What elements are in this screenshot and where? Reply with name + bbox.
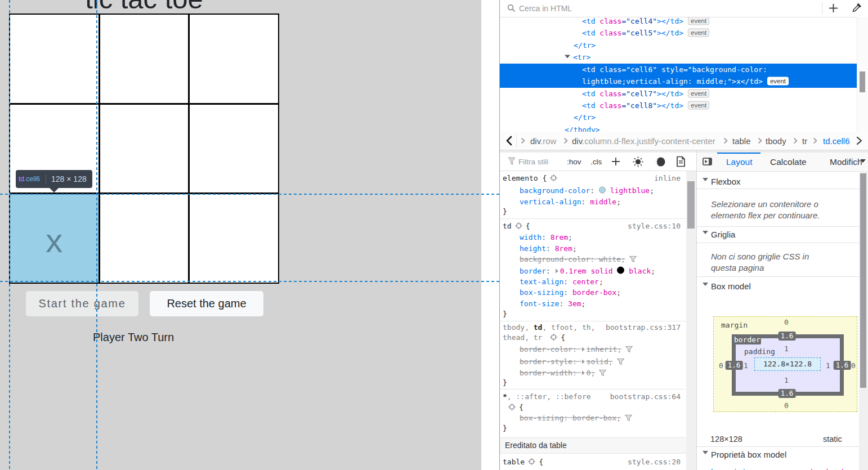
overridden-filter-icon[interactable] — [625, 415, 632, 422]
expand-twisty-icon[interactable] — [565, 55, 570, 59]
css-rule-line[interactable]: background-color: lightblue; — [520, 186, 654, 195]
padding-bottom-value[interactable]: 1 — [784, 376, 789, 384]
breadcrumb-forward-icon[interactable] — [855, 136, 863, 145]
stylesheet-source-link[interactable]: style.css:20 — [628, 458, 681, 466]
margin-top-value[interactable]: 0 — [784, 318, 789, 326]
markup-line[interactable]: <td class="cell4"></td>event — [582, 17, 709, 25]
css-rule-line[interactable]: border-width: 0; — [520, 368, 606, 377]
css-rule-line[interactable]: border-style: solid; — [520, 357, 624, 365]
add-node-icon[interactable] — [829, 3, 838, 13]
stylesheet-source-link[interactable]: bootstrap.css:317 — [606, 323, 681, 331]
border-top-value[interactable]: 1.6 — [778, 332, 796, 341]
event-badge[interactable]: event — [688, 17, 709, 25]
selector-highlighter-icon[interactable] — [508, 404, 516, 411]
box-model-twisty-icon[interactable] — [703, 283, 708, 286]
event-badge[interactable]: event — [688, 101, 709, 110]
event-badge[interactable]: event — [688, 29, 709, 37]
box-model-properties-header[interactable]: Proprietà box model — [711, 450, 786, 459]
css-rule-line[interactable]: box-sizing: border-box; — [520, 414, 632, 422]
breadcrumb-item-table[interactable]: table — [732, 136, 751, 146]
border-right-value[interactable]: 1.6 — [834, 361, 851, 370]
margin-bottom-value[interactable]: 0 — [784, 401, 789, 410]
markup-line[interactable]: </tr> — [574, 41, 596, 49]
dark-scheme-icon[interactable] — [655, 156, 666, 167]
add-rule-icon[interactable] — [611, 157, 620, 166]
padding-left-value[interactable]: 1 — [744, 361, 748, 370]
markup-line[interactable]: lightblue;vertical-align: middle;">x</td… — [582, 77, 789, 86]
grid-section-header[interactable]: Griglia — [711, 230, 735, 239]
color-swatch-black[interactable] — [617, 266, 624, 274]
search-input[interactable]: Cerca in HTML — [519, 4, 572, 13]
css-rule-line[interactable]: *, ::after, ::before — [503, 392, 591, 401]
grid-twisty-icon[interactable] — [703, 231, 708, 234]
reset-game-button[interactable]: Reset the game — [150, 291, 263, 316]
board-cell-0[interactable] — [10, 15, 99, 103]
board-cell-6[interactable]: x — [10, 194, 99, 283]
tab-computed[interactable]: Calcolate — [770, 157, 807, 167]
layout-scrollbar-thumb[interactable] — [860, 173, 866, 388]
board-cell-4[interactable] — [100, 105, 189, 193]
css-rule-line[interactable]: vertical-align: middle; — [520, 197, 621, 205]
selector-highlighter-icon[interactable] — [528, 458, 535, 465]
tab-changes[interactable]: Modifiche — [830, 157, 862, 167]
markup-line[interactable]: <tr> — [565, 53, 590, 61]
border-left-value[interactable]: 1.6 — [726, 361, 743, 370]
expand-shorthand-icon[interactable] — [556, 268, 558, 273]
board-cell-2[interactable] — [190, 15, 278, 103]
selector-highlighter-icon[interactable] — [550, 334, 557, 341]
border-bottom-value[interactable]: 1.6 — [778, 389, 796, 398]
all-tabs-menu-icon[interactable] — [860, 159, 866, 163]
page-scrollbar-track[interactable] — [481, 0, 499, 470]
tab-layout[interactable]: Layout — [726, 157, 753, 167]
css-rule-line[interactable]: elemento { — [503, 174, 561, 182]
css-rule-line[interactable]: box-sizing: border-box; — [520, 288, 621, 297]
overridden-filter-icon[interactable] — [599, 369, 606, 376]
css-rule-line[interactable]: border: 0.1rem solid black; — [520, 266, 655, 275]
breadcrumb-item-td.cell6[interactable]: td.cell6 — [823, 136, 850, 146]
markup-line[interactable]: <td class="cell6" style="background-colo… — [582, 65, 767, 73]
css-rule-line[interactable]: thead, tr { — [503, 333, 565, 342]
css-rule-line[interactable]: } — [503, 310, 507, 318]
markup-scrollbar-thumb[interactable] — [860, 71, 865, 92]
markup-line[interactable]: </tr> — [574, 113, 596, 122]
board-cell-1[interactable] — [100, 15, 189, 103]
stylesheet-source-link[interactable]: inline — [654, 174, 681, 182]
css-rule-line[interactable]: background-color: white; — [520, 255, 637, 263]
breadcrumb-item-tr[interactable]: tr — [802, 136, 807, 146]
selector-highlighter-icon[interactable] — [550, 174, 557, 182]
breadcrumb-item-div.row[interactable]: div.row — [530, 136, 556, 146]
overridden-filter-icon[interactable] — [629, 256, 637, 263]
toggle-class-button[interactable]: .cls — [590, 158, 602, 166]
overridden-filter-icon[interactable] — [617, 358, 624, 365]
selector-highlighter-icon[interactable] — [515, 222, 522, 229]
padding-right-value[interactable]: 1 — [826, 361, 830, 370]
markup-line[interactable]: </tbody> — [565, 125, 600, 132]
markup-line[interactable]: <td class="cell5"></td>event — [582, 29, 709, 37]
toggle-sidebar-icon[interactable] — [703, 158, 712, 165]
light-scheme-icon[interactable] — [633, 156, 643, 167]
start-game-button[interactable]: Start the game — [26, 291, 138, 316]
css-rule-line[interactable]: { — [505, 403, 524, 411]
expand-shorthand-icon[interactable] — [582, 359, 585, 364]
event-badge[interactable]: event — [767, 77, 789, 86]
board-cell-5[interactable] — [190, 105, 278, 193]
stylesheet-source-link[interactable]: style.css:10 — [628, 221, 681, 230]
expand-shorthand-icon[interactable] — [582, 347, 585, 352]
css-rule-line[interactable]: height: 8rem; — [520, 244, 577, 253]
filter-styles-input[interactable]: Filtra stili — [518, 158, 548, 166]
toggle-pseudo-class-button[interactable]: :hov — [567, 158, 581, 166]
sidebar-splitter[interactable] — [696, 150, 697, 470]
css-rule-line[interactable]: width: 8rem; — [520, 233, 572, 241]
css-rule-line[interactable]: tbody, td, tfoot, th, — [503, 323, 595, 331]
eyedropper-icon[interactable] — [851, 2, 862, 14]
board-cell-8[interactable] — [190, 194, 278, 283]
flexbox-twisty-icon[interactable] — [703, 178, 708, 181]
event-badge[interactable]: event — [688, 89, 709, 97]
print-simulation-icon[interactable] — [676, 156, 686, 167]
css-rule-line[interactable]: table{ — [503, 458, 543, 466]
css-rule-line[interactable]: } — [503, 378, 507, 386]
margin-right-value[interactable]: 0 — [851, 361, 856, 370]
overridden-filter-icon[interactable] — [625, 346, 633, 353]
expand-shorthand-icon[interactable] — [582, 370, 585, 375]
css-rule-line[interactable]: } — [503, 424, 507, 432]
